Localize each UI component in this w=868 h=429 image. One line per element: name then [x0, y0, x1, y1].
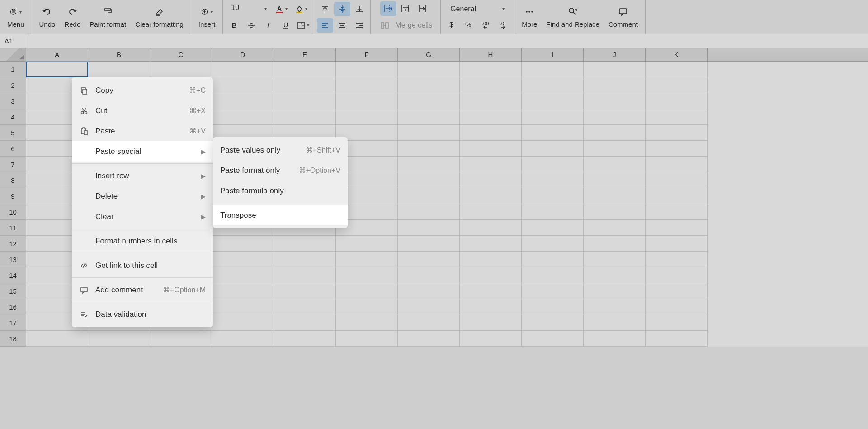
paste-special-submenu: Paste values only ⌘+Shift+V Paste format… — [213, 137, 348, 228]
menu-item-paste-values[interactable]: Paste values only ⌘+Shift+V — [213, 140, 348, 160]
menu-item-label: Cut — [95, 106, 183, 115]
chevron-right-icon: ▶ — [201, 148, 206, 155]
menu-item-delete[interactable]: Delete ▶ — [72, 186, 213, 206]
blank-icon — [79, 147, 89, 157]
blank-icon — [79, 236, 89, 246]
menu-item-shortcut: ⌘+Option+M — [163, 286, 206, 294]
svg-point-54 — [85, 111, 87, 114]
chevron-right-icon: ▶ — [201, 193, 206, 200]
menu-item-format-numbers[interactable]: Format numbers in cells — [72, 231, 213, 251]
menu-item-label: Paste values only — [220, 146, 299, 155]
menu-item-label: Format numbers in cells — [95, 237, 206, 246]
menu-item-shortcut: ⌘+Option+V — [299, 166, 341, 175]
svg-rect-52 — [83, 89, 87, 94]
menu-item-shortcut: ⌘+X — [189, 106, 206, 115]
menu-separator — [72, 163, 213, 164]
menu-separator — [72, 253, 213, 253]
svg-rect-58 — [83, 128, 85, 129]
menu-item-label: Copy — [95, 86, 183, 95]
menu-item-shortcut: ⌘+V — [189, 127, 206, 135]
paste-icon — [79, 126, 89, 136]
link-icon — [79, 261, 89, 271]
data-validation-icon — [79, 310, 89, 319]
menu-item-clear[interactable]: Clear ▶ — [72, 206, 213, 227]
menu-item-label: Data validation — [95, 310, 206, 319]
menu-separator — [213, 203, 348, 203]
menu-item-label: Transpose — [220, 211, 340, 220]
menu-item-label: Paste — [95, 127, 183, 136]
menu-item-label: Paste special — [95, 147, 194, 156]
menu-item-paste-formula[interactable]: Paste formula only — [213, 181, 348, 201]
menu-item-copy[interactable]: Copy ⌘+C — [72, 80, 213, 100]
blank-icon — [79, 191, 89, 201]
comment-icon — [79, 285, 89, 295]
menu-item-add-comment[interactable]: Add comment ⌘+Option+M — [72, 280, 213, 300]
menu-item-label: Delete — [95, 192, 194, 201]
blank-icon — [79, 171, 89, 181]
menu-item-label: Clear — [95, 212, 194, 221]
menu-item-label: Paste format only — [220, 166, 292, 175]
context-menu: Copy ⌘+C Cut ⌘+X Paste ⌘+V Paste special… — [72, 77, 213, 327]
menu-item-data-validation[interactable]: Data validation — [72, 304, 213, 324]
chevron-right-icon: ▶ — [201, 213, 206, 220]
chevron-right-icon: ▶ — [201, 172, 206, 180]
menu-separator — [72, 302, 213, 302]
menu-separator — [72, 277, 213, 278]
menu-item-shortcut: ⌘+Shift+V — [306, 146, 340, 154]
menu-item-insert-row[interactable]: Insert row ▶ — [72, 166, 213, 186]
menu-item-cut[interactable]: Cut ⌘+X — [72, 100, 213, 121]
blank-icon — [79, 212, 89, 222]
menu-item-label: Add comment — [95, 286, 156, 295]
menu-item-shortcut: ⌘+C — [189, 86, 206, 95]
menu-item-label: Paste formula only — [220, 186, 340, 195]
menu-item-get-link[interactable]: Get link to this cell — [72, 255, 213, 276]
cut-icon — [79, 106, 89, 116]
menu-separator — [72, 229, 213, 229]
modal-overlay[interactable]: Copy ⌘+C Cut ⌘+X Paste ⌘+V Paste special… — [0, 0, 868, 429]
svg-rect-60 — [81, 287, 87, 292]
svg-point-53 — [81, 111, 84, 114]
svg-rect-59 — [84, 131, 87, 135]
menu-item-paste-format[interactable]: Paste format only ⌘+Option+V — [213, 160, 348, 181]
menu-item-transpose[interactable]: Transpose — [213, 205, 348, 225]
copy-icon — [79, 86, 89, 95]
menu-item-paste-special[interactable]: Paste special ▶ — [72, 141, 213, 162]
menu-item-label: Get link to this cell — [95, 261, 206, 270]
menu-item-label: Insert row — [95, 172, 194, 181]
menu-item-paste[interactable]: Paste ⌘+V — [72, 121, 213, 141]
